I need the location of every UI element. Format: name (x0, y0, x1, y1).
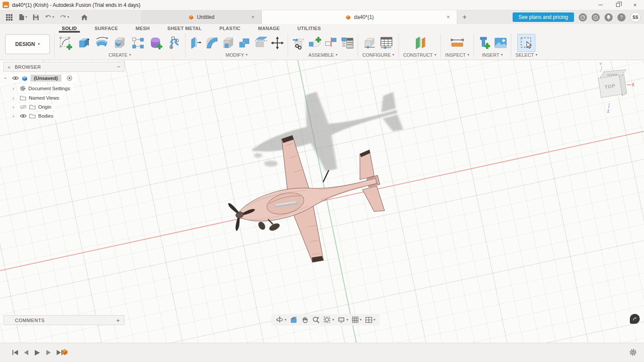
step-back-button[interactable] (24, 350, 29, 356)
expand-chevron-icon[interactable]: › (11, 86, 15, 91)
minimize-button[interactable] (598, 2, 604, 8)
shell-button[interactable] (220, 34, 237, 52)
ribbon-tab-manage[interactable]: MANAGE (258, 26, 280, 31)
group-label-select[interactable]: SELECT▾ (511, 52, 542, 58)
home-button[interactable] (79, 13, 89, 22)
item-label[interactable]: Bodies (38, 113, 53, 119)
item-label[interactable]: Named Views (29, 95, 59, 100)
look-at-button[interactable] (289, 316, 299, 324)
close-button[interactable]: × (632, 2, 638, 8)
view-cube[interactable]: BACK TOP X Y Z (596, 67, 633, 106)
bom-table-button[interactable] (339, 34, 355, 52)
orbit-button[interactable]: ▾ (275, 315, 287, 324)
revolve-button[interactable] (93, 34, 111, 52)
group-label-configure[interactable]: CONFIGURE▾ (358, 52, 398, 58)
ribbon-tab-sheet-metal[interactable]: SHEET METAL (167, 26, 202, 31)
data-panel-button[interactable] (4, 12, 14, 22)
group-label-construct[interactable]: CONSTRUCT▾ (399, 52, 440, 58)
browser-row-bodies[interactable]: › Bodies (11, 113, 125, 119)
notifications-button[interactable] (605, 13, 613, 21)
zoom-button[interactable] (311, 315, 321, 325)
timeline-playhead[interactable] (68, 345, 74, 359)
ribbon-tab-plastic[interactable]: PLASTIC (219, 26, 240, 31)
configure-design-button[interactable] (362, 34, 378, 52)
group-label-inspect[interactable]: INSPECT▾ (441, 52, 474, 58)
insert-design-button[interactable] (290, 34, 307, 52)
go-to-start-button[interactable] (12, 350, 18, 356)
history-button[interactable] (592, 13, 600, 21)
file-menu-button[interactable]: ▾ (17, 12, 28, 22)
browser-row-named-views[interactable]: › Named Views (11, 94, 125, 101)
see-plans-button[interactable]: See plans and pricing (513, 12, 574, 22)
workspace-selector[interactable]: DESIGN ▾ (5, 34, 50, 54)
press-pull-button[interactable] (188, 34, 204, 52)
create-form-button[interactable] (147, 34, 165, 52)
configuration-table-button[interactable] (378, 34, 395, 52)
pan-button[interactable] (301, 315, 310, 324)
timeline-feature-component[interactable] (61, 348, 68, 356)
group-label-insert[interactable]: INSERT▾ (478, 52, 507, 58)
add-comment-button[interactable]: + (116, 317, 120, 324)
ribbon-tab-utilities[interactable]: UTILITIES (298, 26, 321, 31)
redo-button[interactable]: ▾ (58, 13, 70, 21)
extrude-button[interactable] (75, 34, 93, 52)
fillet-button[interactable] (204, 34, 220, 52)
group-label-modify[interactable]: MODIFY▾ (222, 52, 252, 58)
minimize-panel-button[interactable]: − (117, 64, 120, 70)
new-tab-button[interactable]: + (457, 10, 472, 24)
browser-row-origin[interactable]: › Origin (11, 103, 125, 110)
joint-button[interactable] (323, 34, 339, 52)
item-label[interactable]: Document Settings (28, 86, 70, 91)
expand-chevron-icon[interactable]: › (11, 95, 15, 100)
comments-panel[interactable]: COMMENTS + (3, 315, 125, 325)
display-settings-button[interactable]: ▾ (337, 316, 349, 324)
play-button[interactable] (34, 350, 40, 356)
group-label-assemble[interactable]: ASSEMBLE▾ (304, 52, 341, 58)
activate-component-radio[interactable] (67, 75, 73, 81)
combine-button[interactable] (237, 34, 253, 52)
item-label[interactable]: Origin (38, 104, 52, 110)
root-item-label[interactable]: (Unsaved) (30, 75, 61, 82)
canvas-button[interactable] (492, 34, 509, 52)
select-button[interactable] (517, 34, 535, 52)
tab-close-button[interactable]: × (445, 14, 452, 21)
browser-root-row[interactable]: › (Unsaved) (3, 74, 125, 82)
expand-chevron-icon[interactable]: › (3, 76, 8, 80)
feedback-bubble-button[interactable] (630, 314, 640, 324)
fit-button[interactable]: ▾ (322, 315, 335, 324)
restore-button[interactable] (615, 2, 621, 8)
ribbon-tab-solid[interactable]: SOLID (62, 26, 77, 31)
expand-chevron-icon[interactable]: › (11, 113, 15, 119)
insert-fastener-button[interactable] (476, 34, 492, 52)
tab-close-button[interactable]: × (249, 14, 256, 21)
viewport[interactable]: BACK TOP X Y Z « BROWSER − › (Unsaved) (0, 60, 644, 343)
group-label-create[interactable]: CREATE▾ (104, 52, 135, 58)
pattern-button[interactable] (129, 34, 147, 52)
timeline-settings-button[interactable] (629, 348, 637, 356)
viewports-button[interactable]: ▾ (364, 316, 376, 324)
expand-chevron-icon[interactable]: › (11, 104, 15, 110)
collapse-panel-button[interactable]: « (8, 64, 10, 70)
ribbon-tab-surface[interactable]: SURFACE (94, 26, 118, 31)
visibility-eye-icon[interactable] (12, 76, 19, 80)
job-status-button[interactable] (579, 13, 587, 21)
document-tab-untitled[interactable]: Untitled × (141, 10, 262, 24)
move-copy-button[interactable] (269, 34, 286, 52)
help-button[interactable]: ? (617, 13, 626, 21)
step-forward-button[interactable] (46, 350, 51, 356)
user-avatar[interactable]: SS (630, 12, 641, 22)
new-component-button[interactable] (307, 34, 323, 52)
measure-button[interactable] (448, 34, 466, 52)
hole-button[interactable] (111, 34, 129, 52)
create-sketch-button[interactable] (57, 34, 75, 52)
generative-design-button[interactable] (165, 34, 183, 52)
browser-row-document-settings[interactable]: › Document Settings (11, 85, 125, 92)
ribbon-tab-mesh[interactable]: MESH (136, 26, 150, 31)
undo-button[interactable]: ▾ (43, 13, 55, 21)
split-body-button[interactable] (253, 34, 269, 52)
view-cube-top-face[interactable]: TOP (598, 75, 623, 97)
save-button[interactable] (31, 13, 40, 22)
visibility-eye-icon[interactable] (20, 114, 27, 118)
document-tab-da40[interactable]: da40*(1) × (262, 10, 457, 24)
construct-plane-button[interactable] (411, 34, 429, 52)
